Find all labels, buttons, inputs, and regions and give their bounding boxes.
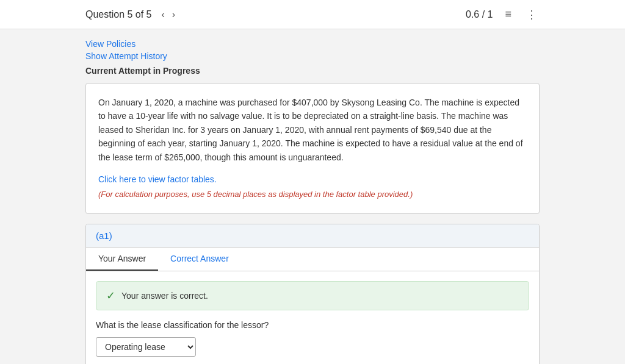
factor-note: (For calculation purposes, use 5 decimal… (98, 188, 527, 201)
sub-question-text: What is the lease classification for the… (96, 320, 529, 330)
part-header: (a1) (86, 224, 539, 248)
main-content: View Policies Show Attempt History Curre… (0, 29, 625, 364)
lease-classification-select[interactable]: Operating lease Finance lease Sales-type… (96, 337, 196, 357)
question-box: On January 1, 2020, a machine was purcha… (85, 83, 540, 214)
current-attempt-label: Current Attempt in Progress (85, 66, 540, 76)
view-policies-link[interactable]: View Policies (85, 39, 540, 49)
show-attempt-history-link[interactable]: Show Attempt History (85, 51, 540, 61)
next-button[interactable]: › (168, 8, 179, 21)
answer-content: ✓ Your answer is correct. What is the le… (86, 271, 539, 364)
score-display: 0.6 / 1 (466, 9, 493, 20)
prev-button[interactable]: ‹ (158, 8, 168, 21)
top-bar: Question 5 of 5 ‹ › 0.6 / 1 ≡ ⋮ (0, 0, 625, 29)
your-answer-tab[interactable]: Your Answer (86, 248, 158, 271)
question-label: Question 5 of 5 (85, 9, 152, 20)
question-body-text: On January 1, 2020, a machine was purcha… (98, 96, 527, 164)
score-section: 0.6 / 1 ≡ ⋮ (466, 5, 540, 24)
more-options-button[interactable]: ⋮ (524, 5, 540, 24)
part-section: (a1) Your Answer Correct Answer ✓ Your a… (85, 224, 540, 364)
lease-classification-dropdown-wrapper[interactable]: Operating lease Finance lease Sales-type… (96, 337, 529, 357)
factor-tables-link[interactable]: Click here to view factor tables. (98, 174, 217, 184)
tabs-row: Your Answer Correct Answer (86, 248, 539, 271)
correct-answer-tab[interactable]: Correct Answer (158, 248, 241, 271)
check-icon: ✓ (106, 289, 115, 302)
correct-banner-text: Your answer is correct. (121, 291, 208, 301)
correct-banner: ✓ Your answer is correct. (96, 281, 529, 310)
list-icon-button[interactable]: ≡ (502, 5, 514, 23)
